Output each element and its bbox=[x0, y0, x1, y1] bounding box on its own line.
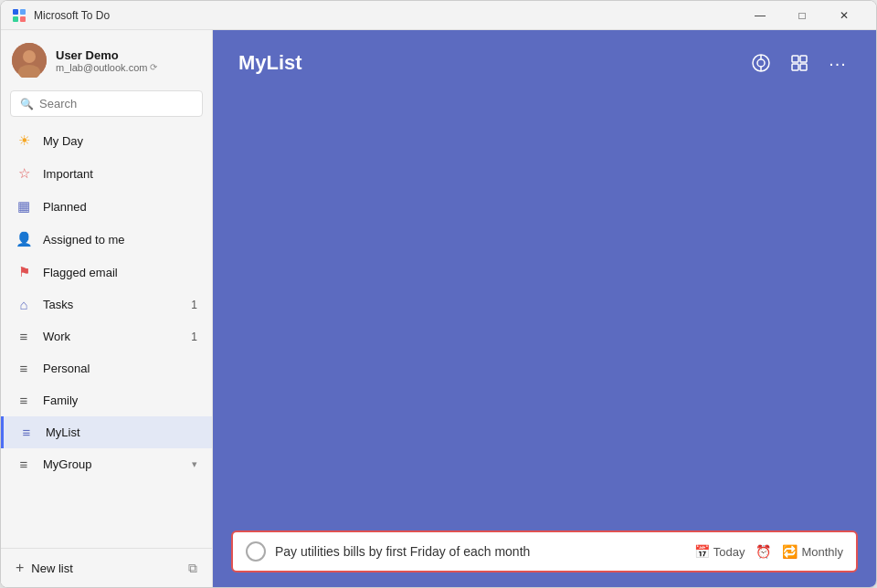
content-body bbox=[213, 90, 876, 520]
sidebar-item-mylist[interactable]: ≡ MyList bbox=[1, 416, 212, 448]
avatar bbox=[12, 43, 47, 78]
svg-rect-2 bbox=[13, 16, 18, 22]
sidebar-item-important[interactable]: ☆ Important bbox=[1, 157, 212, 190]
svg-rect-12 bbox=[800, 56, 807, 62]
search-input[interactable] bbox=[39, 97, 193, 110]
user-info: User Demo m_lab@outlook.com ⟳ bbox=[56, 48, 201, 73]
chevron-down-icon: ▾ bbox=[192, 458, 197, 470]
svg-rect-1 bbox=[20, 9, 26, 15]
svg-rect-3 bbox=[20, 16, 26, 22]
window-controls: — □ ✕ bbox=[739, 1, 865, 30]
new-list-label: New list bbox=[31, 562, 73, 575]
sidebar-item-flagged[interactable]: ⚑ Flagged email bbox=[1, 256, 212, 289]
app-window: Microsoft To Do — □ ✕ User Demo bbox=[0, 0, 877, 588]
repeat-action[interactable]: 🔁 Monthly bbox=[782, 544, 843, 559]
user-name: User Demo bbox=[56, 48, 201, 62]
sun-icon: ☀ bbox=[16, 132, 32, 149]
search-box[interactable]: 🔍 bbox=[10, 90, 203, 117]
sidebar: User Demo m_lab@outlook.com ⟳ 🔍 ☀ My Day bbox=[1, 30, 213, 587]
list-icon-work: ≡ bbox=[16, 329, 32, 344]
sidebar-item-planned[interactable]: ▦ Planned bbox=[1, 190, 212, 223]
maximize-button[interactable]: □ bbox=[781, 1, 823, 30]
main-layout: User Demo m_lab@outlook.com ⟳ 🔍 ☀ My Day bbox=[1, 30, 876, 587]
date-action[interactable]: 📅 Today bbox=[694, 544, 745, 559]
star-icon: ☆ bbox=[16, 165, 32, 182]
sidebar-item-mygroup[interactable]: ≡ MyGroup ▾ bbox=[1, 448, 212, 480]
user-section[interactable]: User Demo m_lab@outlook.com ⟳ bbox=[1, 30, 212, 90]
svg-point-5 bbox=[23, 50, 36, 63]
svg-point-8 bbox=[757, 59, 765, 67]
calendar-icon: ▦ bbox=[16, 198, 32, 215]
search-icon: 🔍 bbox=[20, 98, 34, 110]
svg-rect-0 bbox=[13, 9, 18, 15]
task-circle[interactable] bbox=[246, 541, 266, 562]
svg-rect-13 bbox=[792, 64, 798, 70]
list-icon-personal: ≡ bbox=[16, 361, 32, 376]
repeat-icon: 🔁 bbox=[782, 544, 798, 559]
svg-rect-11 bbox=[792, 56, 798, 62]
person-icon: 👤 bbox=[16, 231, 32, 247]
content-actions: ··· bbox=[745, 47, 854, 79]
sidebar-item-personal[interactable]: ≡ Personal bbox=[1, 352, 212, 384]
reminder-icon: ⏰ bbox=[755, 544, 771, 559]
titlebar: Microsoft To Do — □ ✕ bbox=[1, 1, 876, 30]
list-icon-mylist: ≡ bbox=[18, 425, 35, 440]
sidebar-item-work[interactable]: ≡ Work 1 bbox=[1, 320, 212, 352]
add-task-bar: 📅 Today ⏰ 🔁 Monthly bbox=[231, 530, 858, 572]
sidebar-item-assigned[interactable]: 👤 Assigned to me bbox=[1, 223, 212, 256]
share-button[interactable] bbox=[745, 47, 777, 79]
reminder-action[interactable]: ⏰ bbox=[755, 544, 771, 559]
sidebar-footer[interactable]: + New list ⧉ bbox=[1, 548, 212, 587]
list-icon-family: ≡ bbox=[16, 393, 32, 408]
calendar-small-icon: 📅 bbox=[694, 544, 710, 559]
layout-button[interactable] bbox=[783, 47, 816, 79]
list-icon-mygroup: ≡ bbox=[16, 457, 32, 472]
add-list-icon: + bbox=[16, 560, 24, 576]
content-area: MyList bbox=[213, 30, 876, 587]
add-list-right-icon: ⧉ bbox=[188, 561, 197, 576]
user-email: m_lab@outlook.com ⟳ bbox=[56, 62, 201, 73]
sidebar-item-my-day[interactable]: ☀ My Day bbox=[1, 124, 212, 157]
sidebar-item-tasks[interactable]: ⌂ Tasks 1 bbox=[1, 289, 212, 320]
svg-rect-14 bbox=[800, 64, 807, 70]
page-title: MyList bbox=[238, 51, 745, 75]
app-icon bbox=[12, 8, 26, 23]
home-icon: ⌂ bbox=[16, 297, 32, 312]
task-actions: 📅 Today ⏰ 🔁 Monthly bbox=[694, 544, 843, 559]
close-button[interactable]: ✕ bbox=[823, 1, 865, 30]
content-header: MyList bbox=[213, 30, 876, 90]
minimize-button[interactable]: — bbox=[739, 1, 781, 30]
flag-icon: ⚑ bbox=[16, 264, 32, 280]
task-input[interactable] bbox=[275, 544, 685, 559]
sidebar-item-family[interactable]: ≡ Family bbox=[1, 384, 212, 416]
more-options-button[interactable]: ··· bbox=[821, 47, 854, 79]
nav-list: ☀ My Day ☆ Important ▦ Planned 👤 Assigne… bbox=[1, 124, 212, 548]
app-title: Microsoft To Do bbox=[34, 9, 739, 22]
